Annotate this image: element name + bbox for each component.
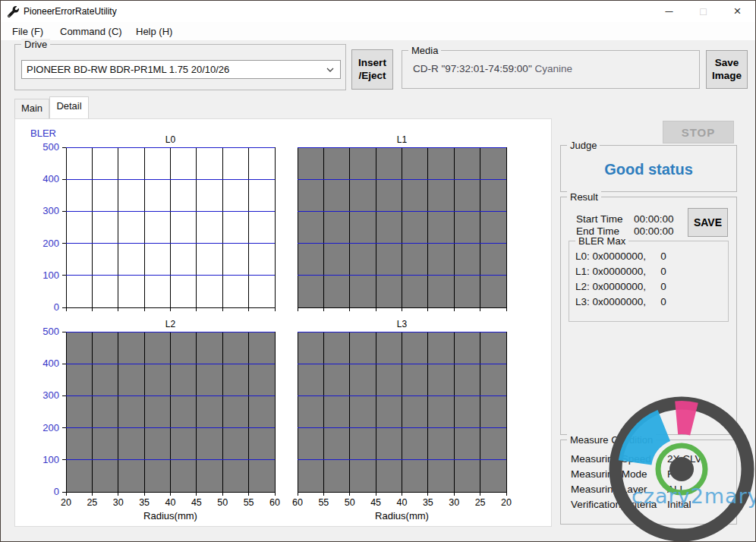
end-time-value: 00:00:00 <box>634 225 674 237</box>
minimize-button[interactable]: ─ <box>652 1 686 22</box>
judge-status: Good status <box>561 161 736 178</box>
title-bar: PioneerErrorRateUtility ─ □ × <box>1 1 755 22</box>
drive-group: Drive PIONEER BD-RW BDR-PR1ML 1.75 20/10… <box>14 44 346 90</box>
y-tick-label: 0 <box>26 301 59 313</box>
x-axis-title: Radius(mm) <box>66 510 275 522</box>
bler-l1-value: 0 <box>654 266 673 277</box>
menu-help[interactable]: Help (H) <box>133 24 175 39</box>
x-tick-label: 25 <box>80 497 104 508</box>
y-tick-label: 300 <box>26 389 59 401</box>
x-tick-label: 60 <box>263 497 287 508</box>
close-button[interactable]: × <box>720 1 754 22</box>
x-tick-label: 35 <box>132 497 156 508</box>
x-tick-label: 40 <box>159 497 183 508</box>
menu-command[interactable]: Command (C) <box>57 24 125 39</box>
start-time-label: Start Time <box>576 213 623 225</box>
chevron-down-icon <box>326 68 334 72</box>
measuring-mode-value: Full <box>667 468 684 480</box>
media-info: CD-R "97:32:01-74:59:00" Cyanine <box>413 63 572 74</box>
wrench-icon <box>8 6 19 17</box>
window-title: PioneerErrorRateUtility <box>24 6 117 17</box>
measure-condition-label: Measure Condition <box>567 434 656 446</box>
judge-group-label: Judge <box>567 140 600 151</box>
x-tick-label: 55 <box>237 497 261 508</box>
insert-eject-line2: /Eject <box>358 70 386 82</box>
measuring-layer-value: ALL <box>667 484 685 495</box>
maximize-button[interactable]: □ <box>686 1 720 22</box>
x-tick-label: 20 <box>494 497 518 508</box>
x-tick-label: 55 <box>311 497 335 508</box>
chart-plot-L3 <box>293 332 511 496</box>
y-tick-label: 300 <box>26 205 59 216</box>
y-tick-label: 400 <box>26 358 59 369</box>
x-tick-label: 30 <box>442 497 466 508</box>
verification-criteria-value: Initial <box>667 499 691 510</box>
bler-l3-label: L3: 0x0000000, <box>575 296 646 307</box>
media-dye: Cyanine <box>534 63 572 74</box>
measure-condition-group: Measure Condition Measuring Speed 2X CLV… <box>560 440 737 525</box>
chart-panel: BLER L05004003002001000L1L25004003002001… <box>14 118 552 527</box>
x-tick-label: 50 <box>338 497 362 508</box>
chart-plot-L0 <box>61 147 279 312</box>
stop-button[interactable]: STOP <box>663 121 734 143</box>
y-tick-label: 100 <box>26 454 59 465</box>
x-tick-label: 40 <box>390 497 414 508</box>
media-group-label: Media <box>408 45 441 56</box>
chart-title-L1: L1 <box>298 134 506 145</box>
bler-l2-label: L2: 0x0000000, <box>575 281 646 292</box>
chart-title-L3: L3 <box>298 319 506 329</box>
y-tick-label: 200 <box>26 422 59 433</box>
y-tick-label: 500 <box>26 141 59 153</box>
tab-detail[interactable]: Detail <box>49 96 89 118</box>
measuring-mode-label: Measuring Mode <box>571 468 647 480</box>
x-tick-label: 35 <box>416 497 440 508</box>
drive-select-value: PIONEER BD-RW BDR-PR1ML 1.75 20/10/26 <box>27 64 229 75</box>
measuring-layer-label: Measuring Layer <box>571 484 647 495</box>
chart-title-L0: L0 <box>66 134 275 145</box>
chart-title-L2: L2 <box>66 319 275 329</box>
bler-l0-label: L0: 0x0000000, <box>575 251 646 262</box>
save-image-button[interactable]: Save Image <box>706 50 748 89</box>
judge-group: Judge Good status <box>560 145 737 192</box>
menu-bar: File (F) Command (C) Help (H) <box>1 22 755 40</box>
menu-file[interactable]: File (F) <box>9 24 46 39</box>
y-tick-label: 200 <box>26 238 59 249</box>
y-tick-label: 0 <box>26 486 59 497</box>
media-value: CD-R "97:32:01-74:59:00" <box>413 63 532 74</box>
chart-plot-L2 <box>61 332 279 496</box>
y-tick-label: 500 <box>26 326 59 337</box>
x-tick-label: 20 <box>54 497 78 508</box>
y-axis-title: BLER <box>30 128 56 139</box>
drive-group-label: Drive <box>21 39 50 50</box>
x-tick-label: 45 <box>184 497 209 508</box>
y-tick-label: 400 <box>26 173 59 184</box>
save-button[interactable]: SAVE <box>688 208 728 237</box>
save-image-line2: Image <box>712 70 742 82</box>
bler-l0-value: 0 <box>654 251 673 262</box>
result-group: Result Start Time 00:00:00 End Time 00:0… <box>560 197 737 435</box>
bler-l2-value: 0 <box>654 281 673 292</box>
tab-main[interactable]: Main <box>14 99 49 118</box>
x-axis-title: Radius(mm) <box>298 510 506 522</box>
drive-select[interactable]: PIONEER BD-RW BDR-PR1ML 1.75 20/10/26 <box>21 60 341 79</box>
app-window: PioneerErrorRateUtility ─ □ × File (F) C… <box>0 0 756 542</box>
y-tick-label: 100 <box>26 269 59 281</box>
x-tick-label: 60 <box>285 497 310 508</box>
verification-criteria-label: Verification Criteria <box>571 499 657 510</box>
x-tick-label: 50 <box>210 497 235 508</box>
bler-l3-value: 0 <box>654 296 673 307</box>
measuring-speed-label: Measuring Speed <box>571 453 651 465</box>
insert-eject-button[interactable]: Insert /Eject <box>351 49 393 90</box>
x-tick-label: 45 <box>364 497 388 508</box>
start-time-value: 00:00:00 <box>634 213 674 225</box>
x-tick-label: 25 <box>468 497 493 508</box>
result-group-label: Result <box>567 191 601 203</box>
insert-eject-line1: Insert <box>358 57 386 69</box>
bler-max-group: BLER Max L0: 0x0000000, 0 L1: 0x0000000,… <box>569 241 729 322</box>
measuring-speed-value: 2X CLV <box>667 453 702 465</box>
x-tick-label: 30 <box>106 497 131 508</box>
media-group: Media CD-R "97:32:01-74:59:00" Cyanine <box>402 50 700 89</box>
bler-max-label: BLER Max <box>575 235 628 247</box>
chart-plot-L1 <box>293 147 511 312</box>
bler-l1-label: L1: 0x0000000, <box>575 266 646 277</box>
